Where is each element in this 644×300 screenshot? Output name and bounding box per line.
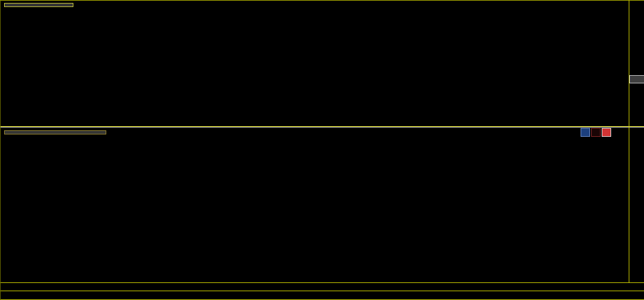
charting-app-window (0, 0, 644, 300)
panel-separator-highlight (1, 127, 644, 127)
move-pane-down-button[interactable] (591, 128, 601, 137)
indicator-info-box (4, 130, 106, 134)
close-pane-button[interactable] (602, 128, 611, 137)
time-axis-border (1, 282, 644, 283)
move-pane-up-button[interactable] (581, 128, 590, 137)
y-axis-line (629, 1, 629, 282)
ohlc-info-box (4, 3, 73, 7)
last-value-badge (629, 75, 644, 83)
top-chart-plot[interactable] (1, 1, 629, 126)
time-axis-border (1, 291, 644, 291)
bottom-chart-plot[interactable] (1, 127, 629, 282)
indicator-pane-controls (581, 128, 611, 137)
